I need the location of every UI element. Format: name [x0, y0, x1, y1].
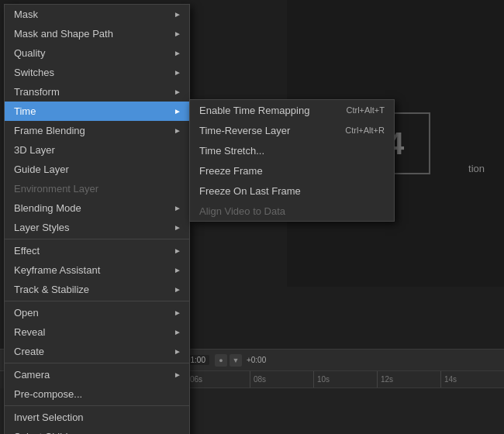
main-context-menu: Mask ► Mask and Shape Path ► Quality ► S… [4, 4, 190, 434]
menu-label-time: Time [14, 105, 36, 117]
menu-item-keyframe-assistant[interactable]: Keyframe Assistant ► [5, 260, 189, 280]
menu-item-pre-compose[interactable]: Pre-compose... [5, 384, 189, 404]
ruler-mark-06s: 06s [186, 371, 250, 388]
timeline-icons: ● ▼ [215, 354, 242, 367]
menu-label-select-children: Select Children [14, 431, 82, 434]
arrow-icon-frame-blending: ► [174, 126, 181, 135]
ruler-mark-10s: 10s [313, 371, 377, 388]
menu-item-transform[interactable]: Transform ► [5, 82, 189, 102]
arrow-icon-time: ► [174, 107, 181, 115]
ruler-mark-14s: 14s [440, 371, 504, 388]
menu-label-transform: Transform [14, 86, 60, 98]
submenu-item-freeze-frame[interactable]: Freeze Frame [190, 160, 394, 181]
submenu-item-freeze-on-last-frame[interactable]: Freeze On Last Frame [190, 181, 394, 201]
menu-label-open: Open [14, 307, 39, 319]
submenu-label-freeze-on-last-frame: Freeze On Last Frame [199, 185, 301, 197]
preview-partial-label: tion [468, 163, 485, 174]
timeline-offset: +0:00 [247, 356, 266, 364]
menu-item-3d-layer[interactable]: 3D Layer [5, 140, 189, 160]
menu-item-environment-layer: Environment Layer [5, 179, 189, 198]
menu-label-mask-shape-path: Mask and Shape Path [14, 28, 113, 40]
menu-label-switches: Switches [14, 67, 54, 78]
menu-label-camera: Camera [14, 369, 50, 381]
menu-item-select-children[interactable]: Select Children [5, 427, 189, 434]
menu-item-reveal[interactable]: Reveal ► [5, 322, 189, 342]
menu-item-switches[interactable]: Switches ► [5, 63, 189, 82]
menu-item-quality[interactable]: Quality ► [5, 43, 189, 63]
menu-item-invert-selection[interactable]: Invert Selection [5, 408, 189, 427]
arrow-icon-blending-mode: ► [174, 204, 181, 212]
arrow-icon-open: ► [174, 308, 181, 317]
submenu-label-freeze-frame: Freeze Frame [199, 165, 263, 177]
submenu-item-enable-time-remapping[interactable]: Enable Time Remapping Ctrl+Alt+T [190, 100, 394, 120]
menu-item-mask[interactable]: Mask ► [5, 5, 189, 24]
submenu-item-align-video: Align Video to Data [190, 201, 394, 221]
submenu-label-time-reverse-layer: Time-Reverse Layer [199, 125, 290, 136]
arrow-icon-transform: ► [174, 88, 181, 96]
submenu-label-time-stretch: Time Stretch... [199, 145, 264, 157]
menu-item-create[interactable]: Create ► [5, 342, 189, 361]
menu-label-effect: Effect [14, 245, 40, 257]
menu-label-layer-styles: Layer Styles [14, 222, 70, 233]
ruler-labels: 06s 08s 10s 12s 14s [186, 371, 504, 388]
menu-item-effect[interactable]: Effect ► [5, 241, 189, 260]
menu-label-mask: Mask [14, 9, 38, 20]
menu-label-environment-layer: Environment Layer [14, 183, 98, 195]
submenu-item-time-stretch[interactable]: Time Stretch... [190, 140, 394, 160]
menu-item-layer-styles[interactable]: Layer Styles ► [5, 218, 189, 237]
arrow-icon-switches: ► [174, 68, 181, 77]
menu-label-create: Create [14, 346, 44, 357]
submenu-label-enable-time-remapping: Enable Time Remapping [199, 105, 309, 116]
menu-item-camera[interactable]: Camera ► [5, 365, 189, 384]
menu-label-reveal: Reveal [14, 326, 45, 338]
arrow-icon-mask-shape: ► [174, 29, 181, 38]
submenu-shortcut-enable-time-remapping: Ctrl+Alt+T [346, 105, 385, 115]
separator-3 [5, 363, 189, 363]
time-submenu: Enable Time Remapping Ctrl+Alt+T Time-Re… [189, 99, 395, 222]
separator-1 [5, 239, 189, 239]
arrow-icon-reveal: ► [174, 328, 181, 336]
arrow-icon-create: ► [174, 347, 181, 356]
menu-label-track-stabilize: Track & Stabilize [14, 284, 89, 295]
menu-item-frame-blending[interactable]: Frame Blending ► [5, 121, 189, 140]
separator-4 [5, 405, 189, 406]
menu-item-time[interactable]: Time ► [5, 102, 189, 121]
arrow-icon-layer-styles: ► [174, 223, 181, 232]
menu-label-frame-blending: Frame Blending [14, 125, 85, 136]
menu-label-blending-mode: Blending Mode [14, 202, 81, 214]
ruler-mark-08s: 08s [250, 371, 313, 388]
menu-label-keyframe-assistant: Keyframe Assistant [14, 264, 100, 276]
separator-2 [5, 301, 189, 301]
menu-item-blending-mode[interactable]: Blending Mode ► [5, 198, 189, 218]
arrow-icon-keyframe-assistant: ► [174, 266, 181, 274]
arrow-icon-effect: ► [174, 246, 181, 255]
arrow-icon-quality: ► [174, 49, 181, 57]
menu-item-mask-shape-path[interactable]: Mask and Shape Path ► [5, 24, 189, 43]
menu-item-track-stabilize[interactable]: Track & Stabilize ► [5, 280, 189, 299]
menu-label-quality: Quality [14, 47, 45, 59]
menu-label-pre-compose: Pre-compose... [14, 388, 82, 400]
menu-label-guide-layer: Guide Layer [14, 164, 69, 175]
arrow-icon-mask: ► [174, 10, 181, 19]
ruler-mark-12s: 12s [377, 371, 440, 388]
submenu-shortcut-time-reverse-layer: Ctrl+Alt+R [345, 126, 385, 135]
submenu-item-time-reverse-layer[interactable]: Time-Reverse Layer Ctrl+Alt+R [190, 120, 394, 140]
menu-label-invert-selection: Invert Selection [14, 412, 84, 423]
submenu-label-align-video: Align Video to Data [199, 205, 285, 217]
menu-item-guide-layer[interactable]: Guide Layer [5, 160, 189, 179]
arrow-icon-camera: ► [174, 370, 181, 379]
menu-item-open[interactable]: Open ► [5, 303, 189, 322]
arrow-icon-track-stabilize: ► [174, 285, 181, 294]
timeline-icon-1[interactable]: ● [215, 354, 227, 367]
timeline-ruler-row: 06s 08s 10s 12s 14s [186, 371, 504, 388]
menu-label-3d-layer: 3D Layer [14, 144, 55, 156]
timeline-icon-2[interactable]: ▼ [230, 354, 242, 367]
